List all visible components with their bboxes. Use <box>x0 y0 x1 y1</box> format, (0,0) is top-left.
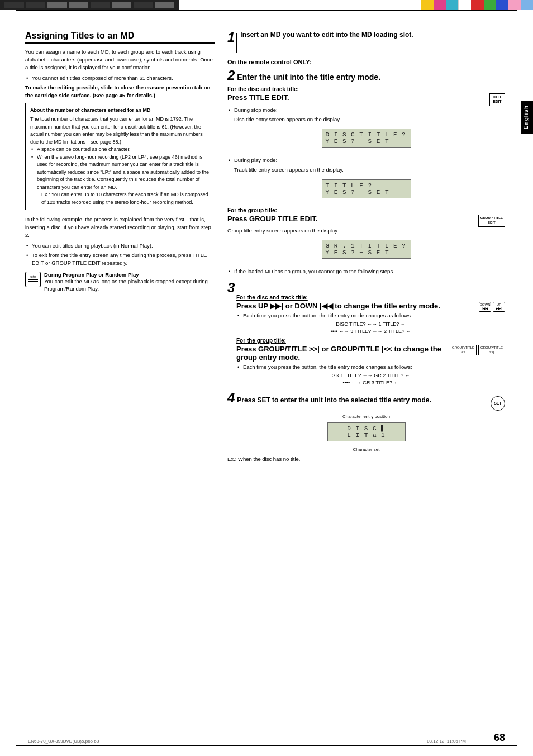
step2-group: For the group title: GROUP TITLEEDIT Pre… <box>227 207 505 275</box>
color-ltblue <box>521 0 533 10</box>
content-area: Assigning Titles to an MD You can assign… <box>25 31 505 731</box>
bullet-exit: To exit from the title entry screen any … <box>25 251 215 267</box>
during-stop-mode: During stop mode: <box>227 106 505 114</box>
color-green <box>484 0 496 10</box>
color-yellow <box>421 0 434 10</box>
flow1: DISC TITLE? ←→ 1 TITLE? ← <box>236 321 505 327</box>
footer-right: 03.12.12, 11:06 PM <box>427 739 466 744</box>
color-white <box>458 0 471 10</box>
press-title-edit: TITLEEDIT Press TITLE EDIT. <box>227 93 505 106</box>
page-number: 68 <box>494 732 505 744</box>
color-cyan <box>446 0 458 10</box>
bullet-playback: You can edit titles during playback (in … <box>25 242 215 250</box>
step3-disc-track: For the disc and track title: DOWN|◀◀ UP… <box>236 294 505 334</box>
step4-note: Ex.: When the disc has no title. <box>227 455 505 463</box>
bar-seg <box>91 2 110 8</box>
char-diagram: Character entry position D I S C ▌ L I T… <box>227 414 505 452</box>
info-bullet-2: When the stereo long-hour recording (LP2… <box>30 154 210 192</box>
intro-text: You can assign a name to each MD, to eac… <box>25 48 215 71</box>
lcd-2: T I T L E ? Y E S ? + S E T <box>322 179 411 198</box>
step1-text: Insert an MD you want to edit into the M… <box>240 31 413 40</box>
press-group-title: GROUP TITLEEDIT Press GROUP TITLE EDIT. <box>227 215 505 227</box>
step1-bar <box>236 33 237 53</box>
step3-group-bullet: Each time you press the button, the titl… <box>236 363 505 371</box>
info-indent: Ex.: You can enter up to 10 characters f… <box>30 191 210 206</box>
bar-seg <box>112 2 132 8</box>
step3-group: For the group title: GROUP/TITLE|<< GROU… <box>236 337 505 386</box>
stop-mode-bullet: During stop mode: <box>234 107 278 113</box>
right-column: 1 Insert an MD you want to edit into the… <box>225 31 505 731</box>
notes-label: notes <box>30 275 36 278</box>
step2-container: 2 Enter the unit into the title entry mo… <box>227 69 505 275</box>
lcd-display-2: T I T L E ? Y E S ? + S E T <box>227 177 505 203</box>
step3-press-up-down: DOWN|◀◀ UP▶▶| Press UP ▶▶| or DOWN |◀◀ t… <box>236 302 505 312</box>
section-title: Assigning Titles to an MD <box>25 31 215 44</box>
step2-disc-track: For the disc and track title: TITLEEDIT … <box>227 86 505 203</box>
step3-disc-label: For the disc and track title: <box>236 294 505 301</box>
group-title-icon: GROUP TITLEEDIT <box>478 215 505 227</box>
press-up-down-label: Press UP ▶▶| or DOWN |◀◀ to change the t… <box>236 302 505 310</box>
color-blue <box>496 0 508 10</box>
lcd2-row1: T I T L E ? <box>326 182 407 189</box>
step1-container: 1 Insert an MD you want to edit into the… <box>227 31 505 53</box>
color-pink <box>508 0 521 10</box>
page-border-left <box>16 10 16 746</box>
char-set-label: Character set <box>227 447 505 452</box>
lcd-3: G R . 1 T I T L E ? Y E S ? + S E T <box>322 240 411 259</box>
lcd-step4: D I S C ▌ L I T a 1 <box>327 422 406 441</box>
bar-seg <box>155 2 175 8</box>
up-btn[interactable]: UP▶▶| <box>493 302 505 312</box>
step2-text: Enter the unit into the title entry mode… <box>237 73 380 82</box>
title-edit-icon: TITLEEDIT <box>489 93 505 106</box>
step3-container: 3 For the disc and track title: DOWN|◀◀ … <box>227 281 505 386</box>
notes-content: During Program Play or Random Play You c… <box>44 272 215 293</box>
lcd1-row2: Y E S ? + S E T <box>326 138 407 145</box>
step4-text: Press SET to enter the unit into the sel… <box>237 396 505 405</box>
disc-track-label: For the disc and track title: <box>227 86 505 92</box>
step3-disc-bullet: Each time you press the button, the titl… <box>236 312 505 320</box>
info-box-body: The total number of characters that you … <box>30 116 210 146</box>
lcd3-row1: G R . 1 T I T L E ? <box>326 243 407 249</box>
group-flow2: •••• ←→ GR 3 TITLE? ← <box>236 380 505 386</box>
lcd2-row2: Y E S ? + S E T <box>326 189 407 196</box>
page-border-top <box>16 10 517 11</box>
set-icon: SET <box>491 396 505 411</box>
char-entry-label: Character entry position <box>227 414 505 419</box>
group-right-btn[interactable]: GROUP/TITLE>>| <box>478 345 505 356</box>
step4-header: 4 SET Press SET to enter the unit into t… <box>227 391 505 411</box>
down-btn[interactable]: DOWN|◀◀ <box>479 302 491 312</box>
bar-seg <box>4 2 24 8</box>
flow2: •••• ←→ 3 TITLE? ←→ 2 TITLE? ← <box>236 329 505 334</box>
right-col-inner: 1 Insert an MD you want to edit into the… <box>225 31 505 463</box>
info-bullet-1: A space can be counted as one character. <box>30 146 210 154</box>
group-title-label: For the group title: <box>227 207 505 213</box>
bar-seg <box>134 2 153 8</box>
lcd-1: D I S C T I T L E ? Y E S ? + S E T <box>322 129 411 148</box>
lcd-display-3: G R . 1 T I T L E ? Y E S ? + S E T <box>227 237 505 263</box>
notes-text: You can edit the MD as long as the playb… <box>44 278 215 293</box>
group-note: If the loaded MD has no group, you canno… <box>227 268 505 275</box>
group-sub1: Group title entry screen appears on the … <box>227 227 505 235</box>
on-remote-label: On the remote control ONLY: <box>227 59 505 65</box>
lcd1-row1: D I S C T I T L E ? <box>326 131 407 138</box>
step3-group-btns: GROUP/TITLE|<< GROUP/TITLE>>| Press GROU… <box>236 345 505 363</box>
bar-seg <box>26 2 46 8</box>
play-mode-bullet: During play mode: <box>234 157 277 163</box>
step4-number: 4 <box>227 391 235 405</box>
step3-group-label: For the group title: <box>236 337 505 344</box>
language-tab: English <box>521 101 533 134</box>
lcd3-row2: Y E S ? + S E T <box>326 249 407 256</box>
during-play-mode: During play mode: <box>227 156 505 164</box>
body-text-2: In the following example, the process is… <box>25 216 215 239</box>
group-left-btn[interactable]: GROUP/TITLE|<< <box>450 345 477 356</box>
bold-note: To make the editing possible, slide to c… <box>25 84 215 99</box>
step3-number: 3 <box>227 281 235 294</box>
info-box-title: About the number of characters entered f… <box>30 107 210 115</box>
stop-mode-sub: Disc title entry screen appears on the d… <box>227 116 505 123</box>
step2-number: 2 <box>227 69 235 82</box>
press-group-label: Press GROUP TITLE EDIT. <box>227 215 505 223</box>
notes-icon: notes <box>25 272 41 287</box>
footer-left: EN63-70_UX-J99DVD(UB)5.p65 68 <box>28 739 99 744</box>
left-column: Assigning Titles to an MD You can assign… <box>25 31 215 731</box>
lcd-display-1: D I S C T I T L E ? Y E S ? + S E T <box>227 126 505 152</box>
